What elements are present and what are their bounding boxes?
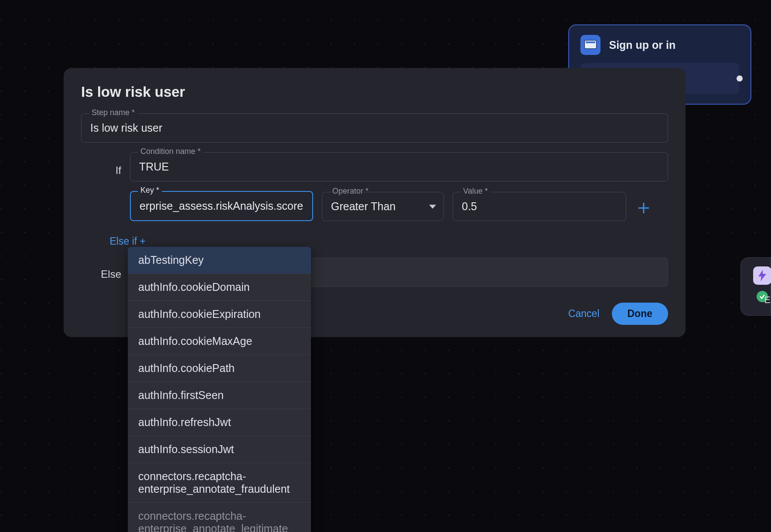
autocomplete-option[interactable]: connectors.recaptcha-enterprise_annotate… <box>128 463 311 503</box>
value-label: Value * <box>461 187 491 196</box>
key-autocomplete-dropdown: abTestingKey authInfo.cookieDomain authI… <box>128 247 311 532</box>
modal-title: Is low risk user <box>81 84 668 100</box>
value-input[interactable] <box>453 192 626 221</box>
node-letter: E <box>764 294 771 306</box>
plus-icon <box>638 202 650 214</box>
autocomplete-option[interactable]: authInfo.cookieExpiration <box>128 301 311 328</box>
screen-icon <box>580 35 600 55</box>
operator-select[interactable]: Greater Than <box>322 192 444 221</box>
bolt-icon <box>753 266 771 285</box>
operator-field: Operator * Greater Than <box>322 192 444 221</box>
value-field: Value * <box>453 192 626 221</box>
autocomplete-option[interactable]: authInfo.sessionJwt <box>128 436 311 463</box>
autocomplete-option[interactable]: authInfo.cookieMaxAge <box>128 328 311 355</box>
elseif-button[interactable]: Else if + <box>110 235 146 247</box>
autocomplete-option[interactable]: authInfo.cookiePath <box>128 355 311 382</box>
condition-name-input[interactable] <box>130 152 668 181</box>
autocomplete-option[interactable]: abTestingKey <box>128 247 311 274</box>
svg-rect-2 <box>586 41 595 43</box>
else-label: Else <box>81 268 121 280</box>
flow-node-signup-label: Sign up or in <box>609 39 675 51</box>
condition-name-label: Condition name * <box>138 147 203 156</box>
autocomplete-option[interactable]: authInfo.refreshJwt <box>128 409 311 436</box>
key-input[interactable] <box>130 191 313 221</box>
autocomplete-option[interactable]: connectors.recaptcha-enterprise_annotate… <box>128 503 311 532</box>
connector-dot[interactable] <box>737 75 743 82</box>
step-name-label: Step name * <box>89 108 137 117</box>
done-button[interactable]: Done <box>612 303 669 325</box>
key-label: Key * <box>138 186 162 195</box>
autocomplete-option[interactable]: authInfo.cookieDomain <box>128 274 311 301</box>
key-field: Key * <box>130 191 313 221</box>
flow-node-right-partial[interactable]: E <box>740 257 771 316</box>
step-name-input[interactable] <box>81 113 668 143</box>
cancel-button[interactable]: Cancel <box>568 308 600 320</box>
autocomplete-option[interactable]: authInfo.firstSeen <box>128 382 311 409</box>
if-label: If <box>81 164 121 177</box>
condition-name-field: Condition name * <box>130 152 668 181</box>
step-name-field: Step name * <box>81 113 668 143</box>
add-condition-button[interactable] <box>635 199 652 217</box>
